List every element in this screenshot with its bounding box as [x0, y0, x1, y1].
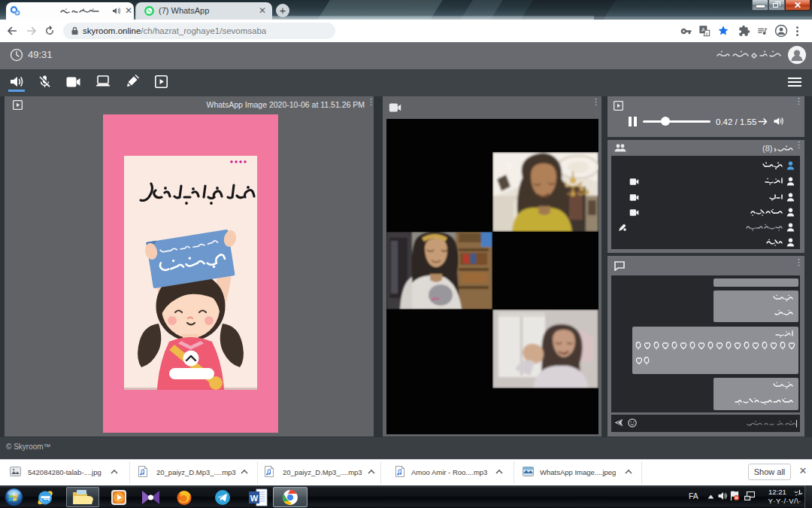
svg-text:ع: ع [706, 31, 709, 36]
svg-text:W: W [250, 494, 259, 503]
